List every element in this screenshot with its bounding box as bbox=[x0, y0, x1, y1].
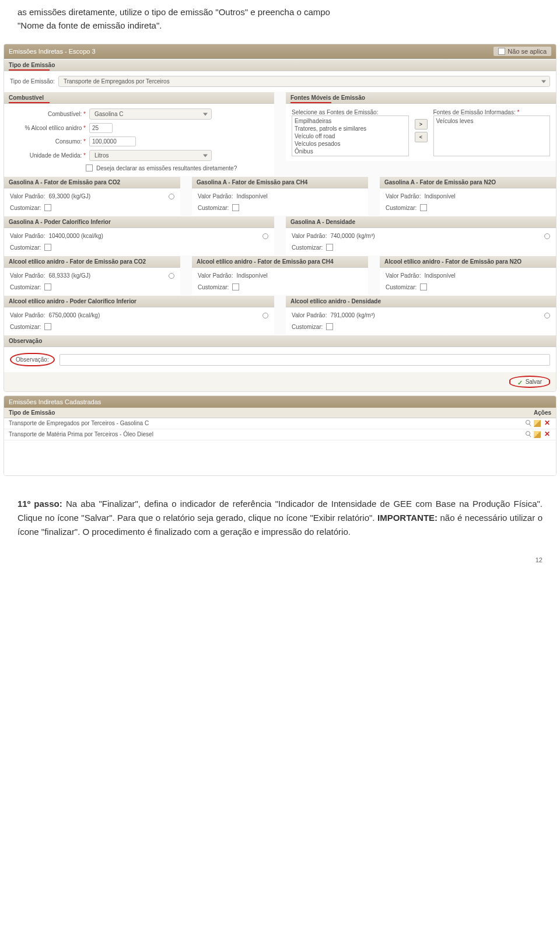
cadastradas-panel: Emissões Indiretas Cadastradas Tipo de E… bbox=[4, 395, 556, 476]
tipo-emissao-label: Tipo de Emissão: bbox=[10, 78, 55, 85]
list-item[interactable]: Empilhadeiras bbox=[293, 117, 407, 125]
section-gasolinaA-den: Gasolina A - Densidade bbox=[286, 216, 556, 228]
fontes-informadas-listbox[interactable]: Veículos leves bbox=[433, 115, 551, 156]
empty-table-area bbox=[4, 440, 556, 475]
delete-icon[interactable]: ✕ bbox=[544, 431, 551, 438]
list-item[interactable]: Ônibus bbox=[293, 148, 407, 155]
declarar-checkbox[interactable] bbox=[86, 164, 93, 171]
radio-icon[interactable] bbox=[169, 194, 174, 199]
section-gasolinaA-n2o: Gasolina A - Fator de Emissão para N2O bbox=[380, 176, 556, 188]
section-alcool-pci: Alcool etílico anidro - Poder Calorífico… bbox=[4, 295, 274, 307]
panel-header: Emissões Indiretas - Escopo 3 Não se apl… bbox=[4, 44, 556, 59]
section-combustivel: Combustível bbox=[4, 92, 274, 104]
fontes-listbox[interactable]: Empilhadeiras Tratores, patrols e simila… bbox=[292, 115, 409, 156]
section-alcool-den: Alcool etílico anidro - Densidade bbox=[286, 295, 556, 307]
chevron-down-icon bbox=[203, 113, 208, 115]
combustivel-select[interactable]: Gasolina C bbox=[89, 108, 212, 120]
consumo-input[interactable]: 100,0000 bbox=[89, 136, 136, 146]
section-tipo-emissao: Tipo de Emissão bbox=[4, 59, 556, 71]
customizar-checkbox[interactable] bbox=[326, 244, 333, 251]
observacao-label: Observação: bbox=[10, 353, 55, 366]
customizar-checkbox[interactable] bbox=[232, 283, 239, 290]
unidade-label: Unidade de Medida: * bbox=[10, 152, 86, 159]
consumo-label: Consumo: * bbox=[10, 138, 86, 145]
customizar-checkbox[interactable] bbox=[326, 323, 333, 330]
radio-icon[interactable] bbox=[544, 233, 550, 239]
observacao-input[interactable] bbox=[60, 354, 550, 366]
customizar-checkbox[interactable] bbox=[44, 244, 51, 251]
cadastradas-header: Emissões Indiretas Cadastradas bbox=[4, 396, 556, 408]
tipo-emissao-select[interactable]: Transporte de Empregados por Terceiros bbox=[58, 76, 550, 87]
customizar-checkbox[interactable] bbox=[420, 283, 427, 290]
move-left-button[interactable]: < bbox=[415, 132, 428, 142]
page-number: 12 bbox=[0, 556, 560, 563]
outro-text: 11º passo: Na aba "Finalizar", defina o … bbox=[0, 479, 560, 556]
section-alcool-ch4: Alcool etílico anidro - Fator de Emissão… bbox=[192, 255, 368, 268]
intro-text: as emissões diretamente, utilize o tipo … bbox=[0, 0, 560, 44]
unidade-select[interactable]: Litros bbox=[89, 150, 212, 161]
panel-title: Emissões Indiretas - Escopo 3 bbox=[9, 48, 96, 55]
list-item[interactable]: Veículo off road bbox=[293, 132, 407, 140]
customizar-checkbox[interactable] bbox=[420, 204, 427, 211]
list-item[interactable]: Veículos pesados bbox=[293, 140, 407, 148]
move-right-button[interactable]: > bbox=[415, 119, 428, 129]
chevron-down-icon bbox=[541, 80, 546, 83]
view-icon[interactable] bbox=[526, 431, 530, 436]
radio-icon[interactable] bbox=[169, 273, 174, 279]
customizar-checkbox[interactable] bbox=[44, 204, 51, 211]
section-fontes: Fontes Móveis de Emissão bbox=[286, 92, 556, 104]
section-alcool-n2o: Alcool etílico anidro - Fator de Emissão… bbox=[380, 255, 556, 268]
checkmark-icon bbox=[517, 379, 523, 385]
salvar-button[interactable]: Salvar bbox=[509, 376, 550, 388]
form-shell: Emissões Indiretas - Escopo 3 Não se apl… bbox=[4, 44, 556, 392]
table-head: Tipo de Emissão Ações bbox=[4, 408, 556, 418]
radio-icon[interactable] bbox=[544, 313, 550, 318]
view-icon[interactable] bbox=[526, 420, 530, 425]
declarar-label: Deseja declarar as emissões resultantes … bbox=[96, 165, 237, 171]
perc-alcool-input[interactable]: 25 bbox=[89, 123, 113, 133]
edit-icon[interactable] bbox=[534, 420, 541, 427]
table-row: Transporte de Matéria Prima por Terceiro… bbox=[4, 429, 556, 440]
table-row: Transporte de Empregados por Terceiros -… bbox=[4, 418, 556, 429]
combustivel-label: Combustível: * bbox=[10, 111, 86, 117]
fontes-select-label: Selecione as Fontes de Emissão: bbox=[292, 109, 378, 115]
fontes-informadas-label: Fontes de Emissão Informadas: * bbox=[433, 109, 520, 115]
checkbox-icon bbox=[498, 48, 505, 55]
list-item[interactable]: Veículos leves bbox=[435, 117, 549, 125]
customizar-checkbox[interactable] bbox=[44, 283, 51, 290]
section-gasolinaA-co2: Gasolina A - Fator de Emissão para CO2 bbox=[4, 176, 180, 188]
edit-icon[interactable] bbox=[534, 431, 541, 438]
list-item[interactable]: Tratores, patrols e similares bbox=[293, 125, 407, 132]
delete-icon[interactable]: ✕ bbox=[544, 420, 551, 427]
perc-alcool-label: % Alcool etílico anidro * bbox=[10, 125, 86, 131]
section-gasolinaA-ch4: Gasolina A - Fator de Emissão para CH4 bbox=[192, 176, 368, 188]
customizar-checkbox[interactable] bbox=[232, 204, 239, 211]
radio-icon[interactable] bbox=[262, 313, 268, 318]
chevron-down-icon bbox=[203, 154, 208, 157]
section-observacao: Observação bbox=[4, 335, 556, 347]
move-buttons: > < bbox=[415, 119, 428, 156]
customizar-checkbox[interactable] bbox=[44, 323, 51, 330]
section-gasolinaA-pci: Gasolina A - Poder Calorífico Inferior bbox=[4, 216, 274, 228]
section-alcool-co2: Alcool etílico anidro - Fator de Emissão… bbox=[4, 255, 180, 268]
nao-se-aplica-toggle[interactable]: Não se aplica bbox=[494, 47, 551, 56]
radio-icon[interactable] bbox=[262, 233, 268, 239]
